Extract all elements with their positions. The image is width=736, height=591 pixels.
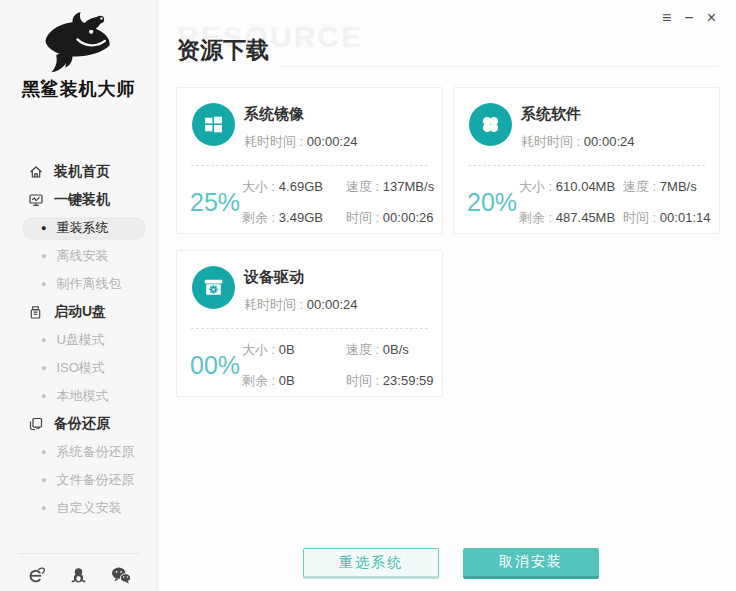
sidebar-item-label: 重装系统	[56, 219, 108, 237]
bullet-icon: ●	[41, 448, 46, 457]
card-system-software: 系统软件 耗时时间 : 00:00:24 20% 大小 : 610.04MB 速…	[453, 87, 720, 234]
sidebar-item-reinstall-system[interactable]: ● 重装系统	[22, 217, 146, 240]
card-elapsed: 耗时时间 : 00:00:24	[244, 296, 357, 314]
card-title: 系统软件	[521, 105, 581, 124]
sidebar-item-backup-restore[interactable]: 备份还原	[0, 410, 157, 438]
stat-size: 大小 : 4.69GB	[242, 178, 340, 196]
card-stats: 大小 : 4.69GB 速度 : 137MB/s 剩余 : 3.49GB 时间 …	[242, 178, 434, 227]
sidebar-item-label: 制作离线包	[56, 275, 121, 293]
bullet-icon: ●	[41, 224, 46, 233]
sidebar-item-make-offline-package[interactable]: ● 制作离线包	[0, 270, 157, 298]
system-image-icon	[192, 103, 235, 146]
sidebar-item-boot-usb[interactable]: 启动U盘	[0, 298, 157, 326]
elapsed-value: 00:00:24	[307, 134, 358, 149]
sidebar-item-usb-mode[interactable]: ● U盘模式	[0, 326, 157, 354]
sidebar-menu: 装机首页 一键装机 ● 重装系统 ● 离线安装 ● 制作离线包	[0, 158, 157, 522]
title-divider	[278, 66, 718, 67]
qq-icon[interactable]	[70, 567, 87, 584]
window-controls: ≡ − ×	[662, 9, 716, 27]
sidebar-item-label: 文件备份还原	[56, 471, 134, 489]
elapsed-value: 00:00:24	[307, 297, 358, 312]
bullet-icon: ●	[41, 392, 46, 401]
app-name: 黑鲨装机大师	[0, 77, 157, 101]
download-percent: 00%	[190, 351, 240, 380]
stat-size: 大小 : 610.04MB	[519, 178, 617, 196]
card-divider	[191, 328, 428, 329]
card-system-image: 系统镜像 耗时时间 : 00:00:24 25% 大小 : 4.69GB 速度 …	[176, 87, 443, 234]
sidebar-item-label: 离线安装	[56, 247, 108, 265]
sidebar-item-offline-install[interactable]: ● 离线安装	[0, 242, 157, 270]
stat-speed: 速度 : 7MB/s	[623, 178, 710, 196]
bullet-icon: ●	[41, 280, 46, 289]
window-minimize-icon[interactable]: −	[684, 9, 693, 27]
monitor-icon	[27, 192, 44, 209]
stat-time: 时间 : 00:00:26	[346, 209, 434, 227]
usb-drive-icon	[27, 304, 44, 321]
bullet-icon: ●	[41, 476, 46, 485]
ie-icon[interactable]	[26, 566, 45, 585]
system-software-icon	[469, 103, 512, 146]
shark-logo-icon	[0, 12, 157, 76]
sidebar-item-label: 系统备份还原	[56, 443, 134, 461]
app-logo: 黑鲨装机大师	[0, 12, 157, 101]
sidebar-item-iso-mode[interactable]: ● ISO模式	[0, 354, 157, 382]
bullet-icon: ●	[41, 504, 46, 513]
card-device-driver: 设备驱动 耗时时间 : 00:00:24 00% 大小 : 0B 速度 : 0B…	[176, 250, 443, 397]
card-stats: 大小 : 610.04MB 速度 : 7MB/s 剩余 : 487.45MB 时…	[519, 178, 710, 227]
card-divider	[191, 165, 428, 166]
sidebar-item-install-home[interactable]: 装机首页	[0, 158, 157, 186]
window-menu-icon[interactable]: ≡	[662, 9, 671, 27]
card-stats: 大小 : 0B 速度 : 0B/s 剩余 : 0B 时间 : 23:59:59	[242, 341, 433, 390]
sidebar-item-label: 装机首页	[54, 163, 110, 181]
stat-remaining: 剩余 : 487.45MB	[519, 209, 617, 227]
elapsed-label: 耗时时间 :	[244, 134, 307, 149]
elapsed-label: 耗时时间 :	[244, 297, 307, 312]
reselect-system-button[interactable]: 重选系统	[303, 548, 439, 579]
stat-speed: 速度 : 137MB/s	[346, 178, 434, 196]
card-elapsed: 耗时时间 : 00:00:24	[521, 133, 634, 151]
stat-time: 时间 : 00:01:14	[623, 209, 710, 227]
home-icon	[27, 164, 44, 181]
main-panel: ≡ − × RESOURCE 资源下载 系统镜像 耗时时间 : 00:00:24…	[158, 0, 736, 591]
card-title: 设备驱动	[244, 268, 304, 287]
download-percent: 25%	[190, 188, 240, 217]
sidebar-item-file-backup-restore[interactable]: ● 文件备份还原	[0, 466, 157, 494]
stat-time: 时间 : 23:59:59	[346, 372, 433, 390]
backup-restore-icon	[27, 416, 44, 433]
bullet-icon: ●	[41, 336, 46, 345]
download-percent: 20%	[467, 188, 517, 217]
sidebar-footer-divider	[18, 553, 140, 554]
stat-size: 大小 : 0B	[242, 341, 340, 359]
bullet-icon: ●	[41, 252, 46, 261]
card-divider	[468, 165, 705, 166]
elapsed-label: 耗时时间 :	[521, 134, 584, 149]
card-elapsed: 耗时时间 : 00:00:24	[244, 133, 357, 151]
wechat-icon[interactable]	[111, 566, 131, 584]
window-close-icon[interactable]: ×	[707, 9, 716, 27]
bullet-icon: ●	[41, 364, 46, 373]
sidebar-item-label: U盘模式	[56, 331, 104, 349]
sidebar-item-system-backup-restore[interactable]: ● 系统备份还原	[0, 438, 157, 466]
page-title: 资源下载	[177, 35, 269, 66]
sidebar-item-local-mode[interactable]: ● 本地模式	[0, 382, 157, 410]
sidebar-item-label: 备份还原	[54, 415, 110, 433]
sidebar: 黑鲨装机大师 装机首页 一键装机 ● 重装系统 ●	[0, 0, 158, 591]
stat-remaining: 剩余 : 3.49GB	[242, 209, 340, 227]
cancel-install-button[interactable]: 取消安装	[463, 548, 599, 579]
stat-speed: 速度 : 0B/s	[346, 341, 433, 359]
device-driver-icon	[192, 266, 235, 309]
sidebar-item-label: ISO模式	[56, 359, 104, 377]
card-title: 系统镜像	[244, 105, 304, 124]
sidebar-item-label: 一键装机	[54, 191, 110, 209]
sidebar-footer	[0, 562, 157, 588]
sidebar-item-label: 启动U盘	[54, 303, 106, 321]
sidebar-item-label: 本地模式	[56, 387, 108, 405]
elapsed-value: 00:00:24	[584, 134, 635, 149]
sidebar-item-label: 自定义安装	[56, 499, 121, 517]
sidebar-item-one-key-install[interactable]: 一键装机	[0, 186, 157, 214]
stat-remaining: 剩余 : 0B	[242, 372, 340, 390]
sidebar-item-custom-install[interactable]: ● 自定义安装	[0, 494, 157, 522]
